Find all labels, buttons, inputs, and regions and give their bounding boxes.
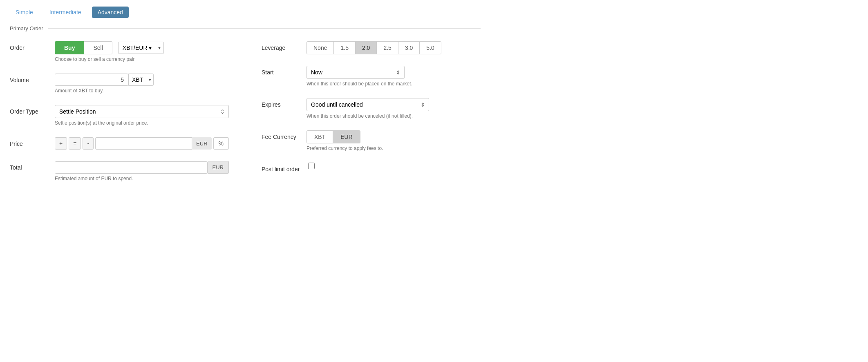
fee-xbt-button[interactable]: XBT xyxy=(306,130,333,143)
section-title: Primary Order xyxy=(10,25,48,31)
leverage-none[interactable]: None xyxy=(306,41,334,54)
fee-currency-hint: Preferred currency to apply fees to. xyxy=(306,145,481,151)
order-type-control: Settle Position Limit Market Stop Loss T… xyxy=(55,105,229,126)
leverage-2-0[interactable]: 2.0 xyxy=(355,41,377,54)
leverage-3-0[interactable]: 3.0 xyxy=(398,41,420,54)
total-hint: Estimated amount of EUR to spend. xyxy=(55,176,229,181)
order-control: Buy Sell XBT/EUR ▾ Choose to buy or sell… xyxy=(55,41,229,62)
fee-eur-button[interactable]: EUR xyxy=(333,130,360,143)
section-divider xyxy=(48,28,481,29)
price-label: Price xyxy=(10,137,55,147)
tab-intermediate[interactable]: Intermediate xyxy=(44,7,87,18)
price-currency-badge: EUR xyxy=(192,137,211,150)
right-column: Leverage None 1.5 2.0 2.5 3.0 5.0 Start xyxy=(262,41,481,193)
price-input-wrapper: EUR xyxy=(95,137,212,150)
volume-hint: Amount of XBT to buy. xyxy=(55,88,229,94)
order-type-label: Order Type xyxy=(10,105,55,115)
order-label: Order xyxy=(10,41,55,51)
tab-simple[interactable]: Simple xyxy=(10,7,39,18)
start-label: Start xyxy=(262,66,306,76)
total-currency-badge: EUR xyxy=(208,161,229,174)
volume-row: Volume XBT EUR Amount of XBT to buy. xyxy=(10,74,229,94)
section-header: Primary Order xyxy=(10,25,481,31)
start-select-wrapper: Now Scheduled xyxy=(306,66,405,79)
price-equals-button[interactable]: = xyxy=(69,137,81,150)
price-control: + = - EUR % xyxy=(55,137,229,150)
price-plus-button[interactable]: + xyxy=(55,137,67,150)
start-row: Start Now Scheduled When this order shou… xyxy=(262,66,481,87)
total-label: Total xyxy=(10,161,55,171)
expires-select-wrapper: Good until cancelled Good until date Imm… xyxy=(306,98,429,111)
price-percent-button[interactable]: % xyxy=(213,137,229,150)
order-type-select[interactable]: Settle Position Limit Market Stop Loss T… xyxy=(55,105,229,118)
leverage-2-5[interactable]: 2.5 xyxy=(376,41,398,54)
tab-bar: Simple Intermediate Advanced xyxy=(10,7,481,18)
main-container: Simple Intermediate Advanced Primary Ord… xyxy=(0,0,490,203)
start-hint: When this order should be placed on the … xyxy=(306,81,481,87)
buy-button[interactable]: Buy xyxy=(55,41,84,54)
fee-currency-label: Fee Currency xyxy=(262,130,306,140)
volume-input[interactable] xyxy=(55,74,128,86)
volume-control: XBT EUR Amount of XBT to buy. xyxy=(55,74,229,94)
expires-label: Expires xyxy=(262,98,306,108)
order-hint: Choose to buy or sell a currency pair. xyxy=(55,56,229,62)
sell-button[interactable]: Sell xyxy=(84,41,112,54)
total-row: Total EUR Estimated amount of EUR to spe… xyxy=(10,161,229,181)
tab-advanced[interactable]: Advanced xyxy=(92,7,129,18)
start-select[interactable]: Now Scheduled xyxy=(306,66,405,79)
expires-select[interactable]: Good until cancelled Good until date Imm… xyxy=(306,98,429,111)
total-input[interactable] xyxy=(55,161,208,174)
order-type-select-wrapper: Settle Position Limit Market Stop Loss T… xyxy=(55,105,229,118)
post-limit-checkbox[interactable] xyxy=(308,163,315,169)
fee-currency-control: XBT EUR Preferred currency to apply fees… xyxy=(306,130,481,151)
post-limit-label: Post limit order xyxy=(262,163,306,172)
form-grid: Order Buy Sell XBT/EUR ▾ Choose t xyxy=(10,41,481,193)
fee-currency-row: Fee Currency XBT EUR Preferred currency … xyxy=(262,130,481,151)
price-group: + = - EUR % xyxy=(55,137,229,150)
leverage-control: None 1.5 2.0 2.5 3.0 5.0 xyxy=(306,41,481,54)
total-input-group: EUR xyxy=(55,161,229,174)
volume-unit-select[interactable]: XBT EUR xyxy=(128,74,154,86)
volume-label: Volume xyxy=(10,74,55,83)
expires-hint: When this order should be canceled (if n… xyxy=(306,113,481,119)
order-type-hint: Settle position(s) at the original order… xyxy=(55,120,229,126)
fee-currency-group: XBT EUR xyxy=(306,130,481,143)
price-minus-button[interactable]: - xyxy=(83,137,94,150)
post-limit-row: Post limit order xyxy=(262,163,481,172)
left-column: Order Buy Sell XBT/EUR ▾ Choose t xyxy=(10,41,229,193)
order-type-row: Order Type Settle Position Limit Market … xyxy=(10,105,229,126)
leverage-row: Leverage None 1.5 2.0 2.5 3.0 5.0 xyxy=(262,41,481,54)
volume-input-group: XBT EUR xyxy=(55,74,229,86)
buy-sell-group: Buy Sell xyxy=(55,41,112,54)
expires-row: Expires Good until cancelled Good until … xyxy=(262,98,481,119)
currency-pair-wrapper: XBT/EUR ▾ xyxy=(118,42,164,54)
total-control: EUR Estimated amount of EUR to spend. xyxy=(55,161,229,181)
leverage-5-0[interactable]: 5.0 xyxy=(419,41,441,54)
post-limit-control xyxy=(306,163,481,169)
leverage-1-5[interactable]: 1.5 xyxy=(333,41,355,54)
expires-control: Good until cancelled Good until date Imm… xyxy=(306,98,481,119)
price-row: Price + = - EUR % xyxy=(10,137,229,150)
currency-pair-select[interactable]: XBT/EUR ▾ xyxy=(118,42,164,54)
leverage-label: Leverage xyxy=(262,41,306,51)
leverage-group: None 1.5 2.0 2.5 3.0 5.0 xyxy=(306,41,481,54)
start-control: Now Scheduled When this order should be … xyxy=(306,66,481,87)
order-row: Order Buy Sell XBT/EUR ▾ Choose t xyxy=(10,41,229,62)
volume-unit-wrapper: XBT EUR xyxy=(128,74,154,86)
